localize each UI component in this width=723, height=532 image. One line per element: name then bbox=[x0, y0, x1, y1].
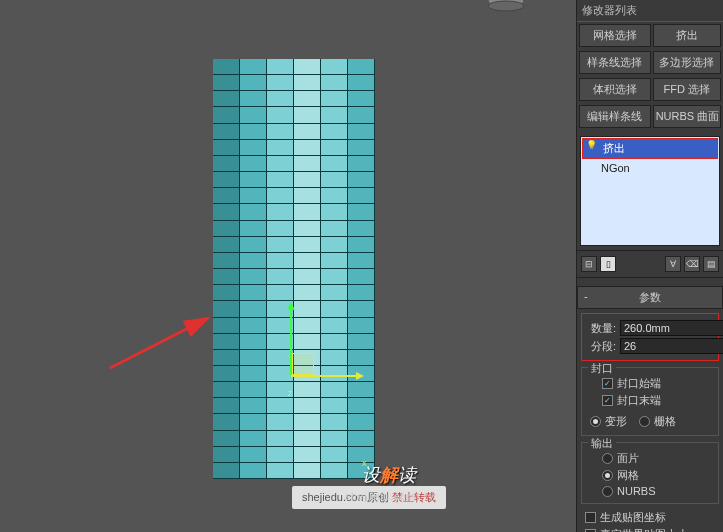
nurbs-radio[interactable] bbox=[602, 486, 613, 497]
svg-point-1 bbox=[488, 1, 524, 11]
remove-modifier-icon[interactable]: ⌫ bbox=[684, 256, 700, 272]
grid-radio[interactable] bbox=[639, 416, 650, 427]
morph-radio[interactable] bbox=[590, 416, 601, 427]
output-fieldset: 输出 面片 网格 NURBS bbox=[581, 442, 719, 504]
axis-z-label: z bbox=[288, 388, 293, 398]
modifier-list-label[interactable]: 修改器列表 bbox=[577, 0, 723, 22]
modifier-stack[interactable]: 挤出 NGon bbox=[580, 136, 720, 246]
cap-end-label: 封口末端 bbox=[617, 393, 661, 408]
mesh-label: 网格 bbox=[617, 468, 639, 483]
segments-label: 分段: bbox=[586, 339, 620, 354]
cap-start-label: 封口始端 bbox=[617, 376, 661, 391]
segments-input[interactable] bbox=[620, 338, 723, 354]
param-highlight-box: 数量: ▴▾ 分段: ▴▾ bbox=[581, 313, 719, 361]
vol-select-button[interactable]: 体积选择 bbox=[579, 78, 651, 101]
ffd-select-button[interactable]: FFD 选择 bbox=[653, 78, 721, 101]
morph-label: 变形 bbox=[605, 414, 627, 429]
logo-subtitle: shejiedu.com bbox=[345, 491, 416, 502]
patch-label: 面片 bbox=[617, 451, 639, 466]
mesh-radio[interactable] bbox=[602, 470, 613, 481]
output-title: 输出 bbox=[588, 436, 616, 451]
poly-select-button[interactable]: 多边形选择 bbox=[653, 51, 721, 74]
extruded-model[interactable]: document.write(Array.from({length:26}).m… bbox=[213, 59, 375, 479]
gen-map-label: 生成贴图坐标 bbox=[600, 510, 666, 525]
params-rollout-header[interactable]: -参数 bbox=[577, 286, 723, 309]
amount-input[interactable] bbox=[620, 320, 723, 336]
gen-map-checkbox[interactable] bbox=[585, 512, 596, 523]
patch-radio[interactable] bbox=[602, 453, 613, 464]
gizmo-x-axis[interactable] bbox=[291, 375, 356, 377]
configure-sets-icon[interactable]: ▤ bbox=[703, 256, 719, 272]
spline-select-button[interactable]: 样条线选择 bbox=[579, 51, 651, 74]
command-panel: 修改器列表 网格选择 挤出 样条线选择 多边形选择 体积选择 FFD 选择 编辑… bbox=[576, 0, 723, 532]
stack-item-ngon[interactable]: NGon bbox=[581, 160, 719, 176]
capping-fieldset: 封口 封口始端 封口末端 变形 栅格 bbox=[581, 367, 719, 436]
amount-label: 数量: bbox=[586, 321, 620, 336]
extrude-button[interactable]: 挤出 bbox=[653, 24, 721, 47]
show-end-result-icon[interactable]: ▯ bbox=[600, 256, 616, 272]
stack-toolbar: ⊟ ▯ ∀ ⌫ ▤ bbox=[577, 250, 723, 278]
nurbs-surf-button[interactable]: NURBS 曲面 bbox=[653, 105, 721, 128]
mesh-select-button[interactable]: 网格选择 bbox=[579, 24, 651, 47]
logo: 设解读 bbox=[362, 463, 416, 487]
view-cylinder-icon bbox=[486, 0, 526, 17]
annotation-arrow-icon bbox=[108, 310, 218, 370]
make-unique-icon[interactable]: ∀ bbox=[665, 256, 681, 272]
gizmo-xy-plane[interactable] bbox=[292, 353, 314, 375]
edit-spline-button[interactable]: 编辑样条线 bbox=[579, 105, 651, 128]
nurbs-label: NURBS bbox=[617, 485, 656, 497]
stack-item-extrude[interactable]: 挤出 bbox=[582, 138, 718, 159]
capping-title: 封口 bbox=[588, 361, 616, 376]
viewport[interactable]: document.write(Array.from({length:26}).m… bbox=[0, 0, 576, 532]
pin-stack-icon[interactable]: ⊟ bbox=[581, 256, 597, 272]
grid-label: 栅格 bbox=[654, 414, 676, 429]
real-world-label: 真实世界贴图大小 bbox=[600, 527, 688, 532]
cap-end-checkbox[interactable] bbox=[602, 395, 613, 406]
svg-line-2 bbox=[110, 318, 208, 368]
cap-start-checkbox[interactable] bbox=[602, 378, 613, 389]
